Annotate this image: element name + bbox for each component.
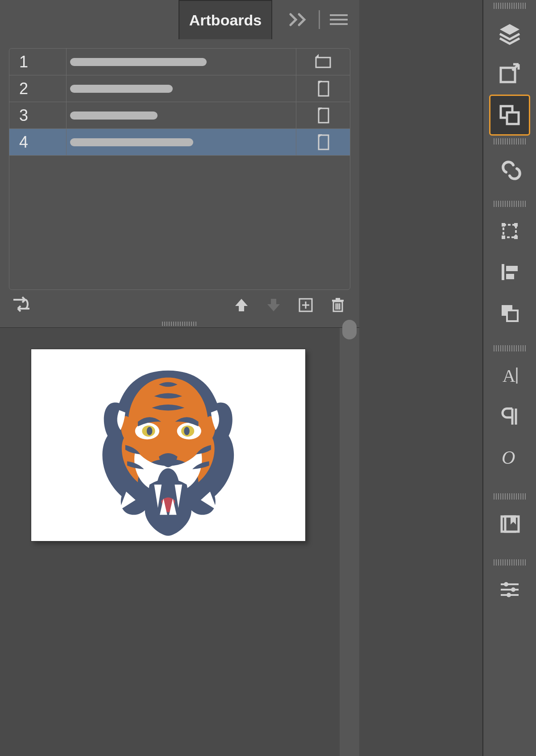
artboard-name[interactable]: [66, 129, 296, 155]
svg-rect-20: [332, 300, 344, 302]
canvas-area[interactable]: .o{fill:#e07a2d;} .b{fill:#4b5a78;} .w{f…: [0, 328, 359, 756]
panel-menu-icon[interactable]: [330, 13, 348, 26]
links-icon[interactable]: [489, 148, 530, 189]
artboard-row[interactable]: 3: [9, 102, 350, 129]
svg-rect-2: [330, 23, 348, 25]
svg-text:A: A: [503, 366, 515, 386]
delete-artboard-icon[interactable]: [327, 294, 349, 316]
svg-rect-31: [507, 112, 519, 124]
svg-text:O: O: [502, 447, 515, 468]
svg-rect-41: [507, 310, 518, 321]
tab-separator: [319, 10, 320, 29]
list-empty-area: [9, 156, 350, 281]
svg-rect-35: [502, 235, 505, 239]
asset-export-icon[interactable]: [489, 54, 530, 95]
svg-marker-10: [319, 134, 322, 138]
svg-point-51: [511, 587, 515, 592]
svg-point-27: [184, 427, 190, 435]
artboard-preview[interactable]: .o{fill:#e07a2d;} .b{fill:#4b5a78;} .w{f…: [31, 349, 305, 541]
dock-rail: A O: [482, 0, 536, 756]
svg-point-50: [504, 582, 508, 587]
artboard-index: 3: [9, 102, 66, 128]
rail-grip[interactable]: [494, 559, 526, 566]
orientation-portrait-icon[interactable]: [296, 75, 350, 102]
artboard-row[interactable]: 2: [9, 75, 350, 102]
svg-rect-7: [319, 108, 328, 123]
rail-grip[interactable]: [494, 138, 526, 145]
collapse-panel-icon[interactable]: [289, 12, 309, 27]
svg-rect-39: [506, 274, 514, 279]
pathfinder-icon[interactable]: [489, 293, 530, 334]
svg-rect-33: [502, 223, 505, 227]
artboard-index: 2: [9, 75, 66, 102]
svg-point-52: [507, 593, 511, 597]
artboard-row-selected[interactable]: 4: [9, 129, 350, 156]
panel-resize-grip[interactable]: [0, 320, 359, 327]
rearrange-artboards-icon[interactable]: [11, 294, 32, 316]
artboard-index: 4: [9, 129, 66, 155]
svg-rect-37: [502, 264, 504, 280]
svg-rect-38: [506, 266, 518, 271]
paragraph-icon[interactable]: [489, 396, 530, 437]
rail-grip[interactable]: [494, 345, 526, 351]
svg-rect-36: [514, 235, 518, 239]
rail-grip[interactable]: [494, 201, 526, 207]
rail-grip[interactable]: [494, 3, 526, 9]
vertical-scrollbar[interactable]: [340, 328, 359, 756]
new-artboard-icon[interactable]: [295, 294, 316, 316]
artboard-name[interactable]: [66, 75, 296, 102]
panel-footer: [0, 290, 359, 320]
svg-rect-21: [336, 298, 340, 300]
svg-marker-4: [315, 54, 319, 58]
orientation-portrait-icon[interactable]: [296, 102, 350, 128]
move-up-icon[interactable]: [231, 294, 252, 316]
move-down-icon: [263, 294, 284, 316]
transform-icon[interactable]: [489, 211, 530, 252]
scroll-thumb[interactable]: [342, 320, 357, 339]
artboard-name[interactable]: [66, 49, 296, 75]
align-icon[interactable]: [489, 252, 530, 293]
layers-icon[interactable]: [489, 12, 530, 54]
svg-rect-34: [514, 223, 518, 227]
tab-artboards[interactable]: Artboards: [179, 0, 272, 39]
svg-rect-9: [319, 135, 328, 149]
character-icon[interactable]: A: [489, 355, 530, 396]
svg-marker-12: [267, 299, 280, 311]
opentype-icon[interactable]: O: [489, 437, 530, 478]
artboards-panel: Artboards: [0, 0, 359, 328]
artboard-name[interactable]: [66, 102, 296, 128]
svg-marker-11: [235, 299, 248, 311]
svg-rect-0: [330, 14, 348, 16]
rail-grip[interactable]: [494, 493, 526, 500]
svg-rect-1: [330, 19, 348, 21]
svg-marker-28: [500, 24, 519, 35]
properties-icon[interactable]: [489, 569, 530, 610]
svg-rect-32: [503, 225, 516, 237]
svg-rect-3: [316, 58, 330, 67]
artboards-list: 1 2: [9, 48, 350, 290]
svg-rect-5: [319, 82, 328, 96]
panel-tab-bar: Artboards: [0, 0, 359, 39]
artboard-row[interactable]: 1: [9, 49, 350, 75]
svg-point-26: [147, 427, 153, 435]
artboards-icon[interactable]: [489, 95, 530, 136]
tab-label: Artboards: [189, 12, 262, 29]
orientation-landscape-icon[interactable]: [296, 49, 350, 75]
orientation-portrait-icon[interactable]: [296, 129, 350, 155]
libraries-icon[interactable]: [489, 503, 530, 544]
tiger-mascot-illustration: .o{fill:#e07a2d;} .b{fill:#4b5a78;} .w{f…: [75, 352, 262, 538]
artboard-index: 1: [9, 49, 66, 75]
